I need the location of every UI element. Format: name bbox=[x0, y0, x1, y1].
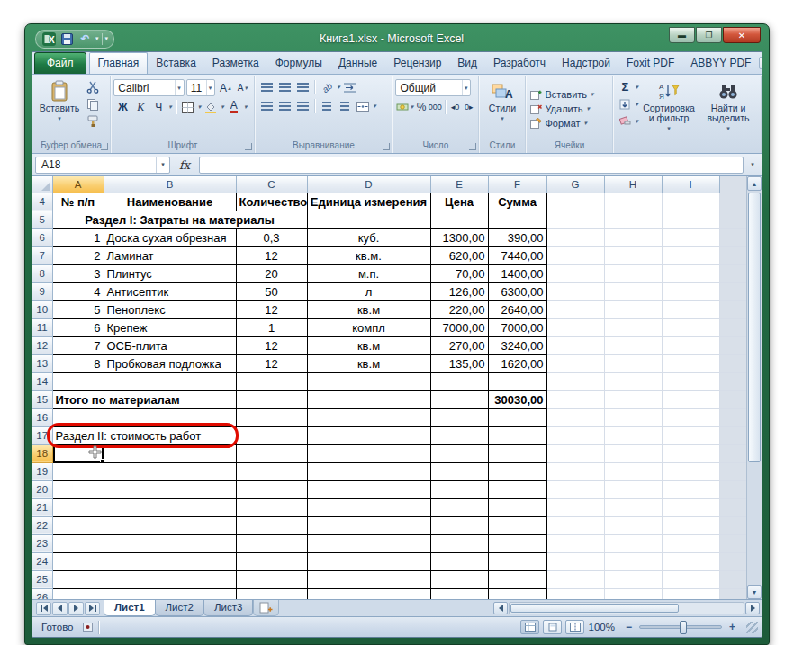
grow-font-button[interactable]: А▴ bbox=[217, 80, 234, 96]
name-box-dropdown-icon[interactable]: ▾ bbox=[156, 157, 169, 173]
cell-G10[interactable] bbox=[546, 300, 604, 318]
cell-D4[interactable]: Единица измерения bbox=[307, 193, 430, 211]
cell-E19[interactable] bbox=[430, 462, 488, 480]
cell-E4[interactable]: Цена bbox=[430, 193, 488, 211]
cell-G13[interactable] bbox=[546, 354, 604, 372]
decrease-indent-button[interactable] bbox=[318, 98, 336, 114]
ribbon-tab-Вставка[interactable]: Вставка bbox=[148, 53, 204, 74]
sort-filter-button[interactable]: АЯ Сортировка и фильтр ▾ bbox=[639, 77, 699, 139]
column-header-B[interactable]: B bbox=[104, 176, 236, 193]
cell-A17[interactable]: Раздел II: стоимость работ bbox=[52, 426, 236, 444]
cell-C20[interactable] bbox=[236, 480, 307, 498]
cell-I15[interactable] bbox=[662, 390, 719, 408]
cell-C26[interactable] bbox=[236, 588, 307, 599]
cell-I26[interactable] bbox=[662, 588, 719, 599]
cell-C21[interactable] bbox=[236, 498, 307, 516]
cell-E26[interactable] bbox=[430, 588, 488, 599]
row-header-14[interactable]: 14 bbox=[32, 372, 52, 390]
cell-G20[interactable] bbox=[546, 480, 604, 498]
cell-G17[interactable] bbox=[546, 426, 604, 444]
cell-C16[interactable] bbox=[236, 408, 307, 426]
cell-C14[interactable] bbox=[236, 372, 307, 390]
cell-B24[interactable] bbox=[104, 552, 236, 570]
row-header-9[interactable]: 9 bbox=[32, 282, 52, 300]
cell-E12[interactable]: 270,00 bbox=[430, 336, 488, 354]
cell-F9[interactable]: 6300,00 bbox=[488, 282, 546, 300]
cell-E18[interactable] bbox=[430, 444, 488, 462]
macro-record-button[interactable] bbox=[83, 623, 93, 632]
cell-D14[interactable] bbox=[307, 372, 430, 390]
cell-B11[interactable]: Крепеж bbox=[104, 318, 236, 336]
cell-B23[interactable] bbox=[104, 534, 236, 552]
cell-G23[interactable] bbox=[546, 534, 604, 552]
increase-indent-button[interactable] bbox=[336, 98, 354, 114]
ribbon-tab-Вид[interactable]: Вид bbox=[449, 53, 485, 74]
cell-H5[interactable] bbox=[604, 211, 662, 228]
cell-I14[interactable] bbox=[662, 372, 719, 390]
scroll-down-button[interactable]: ▼ bbox=[747, 585, 762, 599]
undo-dropdown-icon[interactable]: ▾ bbox=[95, 35, 99, 42]
cell-G14[interactable] bbox=[546, 372, 604, 390]
cell-I4[interactable] bbox=[662, 193, 719, 211]
column-header-E[interactable]: E bbox=[430, 176, 488, 193]
autosum-dropdown-icon[interactable]: ▾ bbox=[635, 84, 638, 91]
resize-grip[interactable] bbox=[746, 622, 758, 633]
cell-H24[interactable] bbox=[604, 552, 662, 570]
row-header-25[interactable]: 25 bbox=[32, 570, 52, 588]
ribbon-tab-Разметка[interactable]: Разметка bbox=[204, 53, 267, 74]
number-dialog-launcher[interactable] bbox=[469, 143, 476, 150]
cell-C25[interactable] bbox=[236, 570, 307, 588]
cell-A4[interactable]: № п/п bbox=[52, 193, 104, 211]
cell-H16[interactable] bbox=[604, 408, 662, 426]
fill-button[interactable] bbox=[616, 96, 634, 112]
cell-I7[interactable] bbox=[662, 246, 719, 264]
font-color-button[interactable]: А bbox=[225, 99, 243, 115]
cell-B6[interactable]: Доска сухая обрезная bbox=[104, 228, 236, 246]
cell-C24[interactable] bbox=[236, 552, 307, 570]
cell-H25[interactable] bbox=[604, 570, 662, 588]
cell-D19[interactable] bbox=[307, 462, 430, 480]
clipboard-dialog-launcher[interactable] bbox=[101, 143, 108, 150]
cell-C8[interactable]: 20 bbox=[236, 264, 307, 282]
cell-G12[interactable] bbox=[546, 336, 604, 354]
font-dialog-launcher[interactable] bbox=[245, 143, 252, 150]
cell-D25[interactable] bbox=[307, 570, 430, 588]
cell-H21[interactable] bbox=[604, 498, 662, 516]
comma-style-button[interactable]: 000 bbox=[429, 99, 442, 115]
align-bottom-button[interactable] bbox=[293, 79, 311, 95]
cell-B13[interactable]: Пробковая подложка bbox=[104, 354, 236, 372]
cell-B12[interactable]: ОСБ-плита bbox=[104, 336, 236, 354]
cell-C12[interactable]: 12 bbox=[236, 336, 307, 354]
cell-F13[interactable]: 1620,00 bbox=[488, 354, 546, 372]
page-layout-view-button[interactable] bbox=[543, 620, 562, 634]
cell-H13[interactable] bbox=[604, 354, 662, 372]
page-break-view-button[interactable] bbox=[565, 620, 584, 634]
cell-G19[interactable] bbox=[546, 462, 604, 480]
cell-G9[interactable] bbox=[546, 282, 604, 300]
cell-A9[interactable]: 4 bbox=[52, 282, 104, 300]
row-header-16[interactable]: 16 bbox=[32, 408, 52, 426]
row-header-6[interactable]: 6 bbox=[32, 228, 52, 246]
cell-I13[interactable] bbox=[662, 354, 719, 372]
cell-H4[interactable] bbox=[604, 193, 662, 211]
cell-H18[interactable] bbox=[604, 444, 662, 462]
cell-C15[interactable] bbox=[236, 390, 307, 408]
insert-cells-button[interactable]: Вставить▾ bbox=[528, 87, 609, 102]
borders-button[interactable] bbox=[179, 99, 197, 115]
cell-F4[interactable]: Сумма bbox=[488, 193, 546, 211]
accounting-format-button[interactable] bbox=[395, 99, 409, 115]
cell-F20[interactable] bbox=[488, 480, 546, 498]
increase-decimal-button[interactable]: ◂0 bbox=[448, 99, 462, 115]
accounting-dropdown-icon[interactable]: ▾ bbox=[411, 103, 414, 111]
cell-C17[interactable] bbox=[236, 426, 307, 444]
vertical-scrollbar[interactable]: ▲ ▼ bbox=[746, 176, 762, 599]
cell-D8[interactable]: м.п. bbox=[307, 264, 430, 282]
cell-A22[interactable] bbox=[52, 516, 104, 534]
cell-E10[interactable]: 220,00 bbox=[430, 300, 488, 318]
scroll-right-button[interactable] bbox=[745, 602, 760, 614]
column-header-I[interactable]: I bbox=[662, 176, 719, 193]
cell-H7[interactable] bbox=[604, 246, 662, 264]
cell-E21[interactable] bbox=[430, 498, 488, 516]
orientation-dropdown-icon[interactable]: ▾ bbox=[337, 84, 340, 91]
cell-E22[interactable] bbox=[430, 516, 488, 534]
